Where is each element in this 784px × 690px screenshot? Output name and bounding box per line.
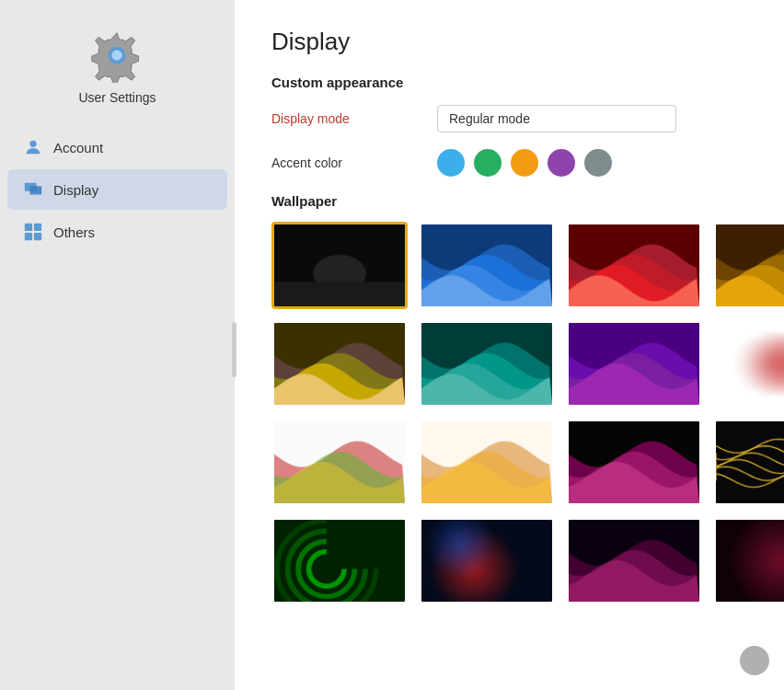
svg-rect-5 [29, 186, 41, 194]
sidebar-item-display-label: Display [53, 182, 98, 198]
accent-blue[interactable] [437, 149, 465, 177]
svg-rect-8 [25, 233, 32, 240]
sidebar-item-others[interactable]: Others [7, 212, 227, 252]
wallpaper-item-2[interactable] [419, 222, 555, 309]
wallpaper-item-12[interactable] [713, 419, 784, 506]
sidebar-item-account-label: Account [53, 140, 103, 155]
accent-color-options [437, 149, 612, 177]
display-mode-select[interactable]: Regular mode Dark mode Light mode [437, 105, 676, 132]
svg-rect-7 [34, 224, 41, 231]
sidebar-item-display[interactable]: Display [7, 169, 227, 210]
wallpaper-item-1[interactable] [271, 222, 408, 309]
main-content: Display Custom appearance Display mode R… [235, 0, 784, 690]
display-mode-row: Display mode Regular mode Dark mode Ligh… [271, 105, 747, 132]
wallpaper-item-15[interactable] [566, 517, 702, 604]
wallpaper-item-11[interactable] [566, 419, 702, 506]
display-mode-label: Display mode [271, 111, 437, 126]
svg-point-2 [112, 50, 122, 60]
sidebar-title: User Settings [78, 90, 156, 105]
wallpaper-item-16[interactable] [713, 517, 784, 604]
sidebar-item-account[interactable]: Account [7, 127, 227, 167]
wallpaper-item-5[interactable] [271, 320, 408, 408]
wallpaper-item-14[interactable] [419, 517, 555, 604]
wallpaper-item-3[interactable] [566, 222, 702, 309]
wallpaper-item-9[interactable] [271, 419, 408, 506]
wallpaper-grid [271, 222, 747, 604]
sidebar-item-others-label: Others [53, 224, 95, 240]
page-title: Display [271, 28, 747, 56]
svg-rect-6 [25, 224, 32, 231]
sidebar-header: User Settings [78, 28, 156, 105]
svg-rect-9 [34, 233, 41, 240]
wallpaper-item-7[interactable] [566, 320, 702, 408]
custom-appearance-title: Custom appearance [271, 75, 747, 90]
svg-point-3 [29, 141, 36, 147]
accent-gray[interactable] [584, 149, 612, 177]
wallpaper-section: Wallpaper [271, 193, 747, 604]
accent-color-label: Accent color [271, 155, 437, 170]
sidebar-nav: Account Display Others [0, 127, 235, 254]
account-icon [22, 136, 44, 158]
accent-green[interactable] [474, 149, 502, 177]
sidebar: User Settings Account Display [0, 0, 235, 690]
scroll-button[interactable] [740, 646, 769, 675]
display-icon [22, 178, 44, 201]
gear-icon [89, 28, 144, 83]
custom-appearance-section: Custom appearance Display mode Regular m… [271, 75, 747, 177]
wallpaper-title: Wallpaper [271, 193, 747, 209]
wallpaper-item-10[interactable] [419, 419, 555, 506]
resize-handle[interactable] [232, 322, 236, 377]
accent-orange[interactable] [511, 149, 538, 177]
wallpaper-item-8[interactable] [713, 320, 784, 408]
accent-purple[interactable] [548, 149, 575, 177]
wallpaper-item-6[interactable] [419, 320, 555, 408]
wallpaper-item-4[interactable] [713, 222, 784, 309]
accent-color-row: Accent color [271, 149, 747, 177]
others-icon [22, 221, 44, 243]
wallpaper-item-13[interactable] [271, 517, 408, 604]
